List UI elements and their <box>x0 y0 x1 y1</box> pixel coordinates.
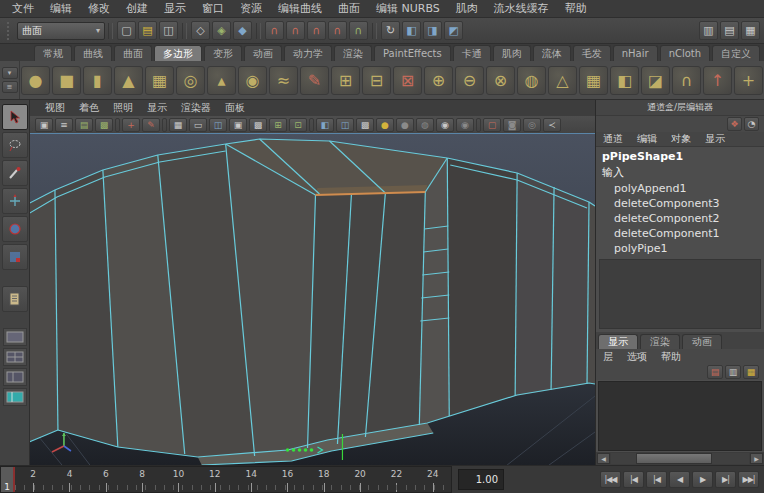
statusline-separator[interactable] <box>372 23 377 39</box>
shelf-bridge-icon[interactable]: ∩ <box>672 66 701 95</box>
panel-menu-item[interactable]: 着色 <box>72 101 106 115</box>
panel-menu-item[interactable]: 渲染器 <box>174 101 218 115</box>
shelf-triangulate-icon[interactable]: △ <box>548 66 577 95</box>
step-back-frame-button[interactable]: |◀ <box>623 471 644 488</box>
render-current-frame-icon[interactable]: ◨ <box>423 21 442 40</box>
shelf-tab[interactable]: 肌肉 <box>493 45 531 61</box>
go-to-start-button[interactable]: |◀◀ <box>600 471 621 488</box>
safe-action-icon[interactable]: ⊞ <box>269 118 287 132</box>
menu-set-dropdown[interactable]: 曲面 ▾ <box>17 22 105 40</box>
head-preset-b-icon[interactable]: ◉ <box>456 118 474 132</box>
shelf-smooth-icon[interactable]: ◍ <box>517 66 546 95</box>
toggle-attribute-editor-icon[interactable]: ▥ <box>699 21 718 40</box>
menubar-item[interactable]: 肌肉 <box>448 0 486 17</box>
select-object-icon[interactable]: ◈ <box>212 21 231 40</box>
select-hierarchy-icon[interactable]: ◇ <box>191 21 210 40</box>
move-tool[interactable] <box>2 188 28 214</box>
shelf-tab[interactable]: 曲面 <box>114 45 152 61</box>
shelf-poly-cube-icon[interactable]: ■ <box>52 66 81 95</box>
layer-editor-menu-item[interactable]: 选项 <box>620 350 654 364</box>
separator[interactable] <box>476 118 481 132</box>
gate-mask-icon[interactable]: ▣ <box>229 118 247 132</box>
safe-title-icon[interactable]: ⊡ <box>289 118 307 132</box>
shelf-tab[interactable]: nCloth <box>660 45 710 61</box>
shelf-tab[interactable]: PaintEffects <box>374 45 451 61</box>
shelf-append-icon[interactable]: + <box>734 66 763 95</box>
wireframe-on-shaded-icon[interactable]: ◎ <box>523 118 541 132</box>
camera-attributes-icon[interactable]: ≡ <box>55 118 73 132</box>
shelf-poly-cylinder-icon[interactable]: ▮ <box>83 66 112 95</box>
lasso-tool[interactable] <box>2 132 28 158</box>
panel-menu-item[interactable]: 显示 <box>140 101 174 115</box>
light-preset-icon[interactable]: ● <box>396 118 414 132</box>
layer-editor-menu-item[interactable]: 帮助 <box>654 350 688 364</box>
layer-editor-tab[interactable]: 渲染 <box>640 334 680 349</box>
shelf-tab[interactable]: 流体 <box>533 45 571 61</box>
separator[interactable] <box>309 118 314 132</box>
pan-zoom-icon[interactable]: + <box>122 118 140 132</box>
shelf-tab[interactable]: 曲线 <box>74 45 112 61</box>
step-back-key-button[interactable]: |◀ <box>646 471 667 488</box>
select-camera-icon[interactable]: ▣ <box>35 118 53 132</box>
statusline-separator[interactable] <box>108 23 113 39</box>
channel-input-item[interactable]: deleteComponent3 <box>596 196 764 211</box>
default-light-icon[interactable]: ● <box>376 118 394 132</box>
shelf-tab[interactable]: 卡通 <box>453 45 491 61</box>
grip-handle[interactable] <box>7 22 13 40</box>
menubar-item[interactable]: 窗口 <box>194 0 232 17</box>
channel-box-menu-item[interactable]: 显示 <box>698 132 732 146</box>
toggle-channel-box-icon[interactable]: ▦ <box>741 21 760 40</box>
paint-select-tool[interactable] <box>2 160 28 186</box>
scrollbar-thumb[interactable] <box>636 453 712 464</box>
viewport-3d-canvas[interactable] <box>30 134 595 465</box>
resolution-gate-icon[interactable]: ◫ <box>209 118 227 132</box>
shelf-sculpt-icon[interactable]: ✎ <box>300 66 329 95</box>
save-scene-icon[interactable]: ◫ <box>159 21 178 40</box>
layer-editor-tab[interactable]: 显示 <box>598 334 638 349</box>
shelf-tab[interactable]: 动画 <box>244 45 282 61</box>
current-frame-indicator[interactable]: 1 <box>1 467 15 492</box>
shelf-tab[interactable]: 自定义 <box>712 45 760 61</box>
layer-editor-menu-item[interactable]: 层 <box>596 350 620 364</box>
layout-single-pane-button[interactable] <box>3 328 27 346</box>
shelf-extract-icon[interactable]: ⊠ <box>393 66 422 95</box>
play-backwards-button[interactable]: ◀ <box>669 471 690 488</box>
panel-menu-item[interactable]: 照明 <box>106 101 140 115</box>
shelf-tab[interactable]: 毛发 <box>573 45 611 61</box>
scroll-right-icon[interactable]: ▶ <box>750 453 763 464</box>
new-anim-layer-icon[interactable]: ▦ <box>743 365 759 379</box>
menubar-item[interactable]: 帮助 <box>557 0 595 17</box>
field-chart-icon[interactable]: ▩ <box>249 118 267 132</box>
shelf-tab[interactable]: 多边形 <box>154 45 202 61</box>
checker-icon[interactable]: ▩ <box>356 118 374 132</box>
shelf-poly-plane-icon[interactable]: ▦ <box>145 66 174 95</box>
menubar-item[interactable]: 文件 <box>4 0 42 17</box>
channel-input-item[interactable]: deleteComponent2 <box>596 211 764 226</box>
shelf-poly-torus-icon[interactable]: ◎ <box>176 66 205 95</box>
make-live-icon[interactable]: ∩ <box>349 21 368 40</box>
shelf-mirror-icon[interactable]: ◧ <box>610 66 639 95</box>
open-scene-icon[interactable]: ▤ <box>138 21 157 40</box>
shelf-boolean-difference-icon[interactable]: ⊖ <box>455 66 484 95</box>
xray-icon[interactable]: ◙ <box>503 118 521 132</box>
textured-mode-icon[interactable]: ◫ <box>336 118 354 132</box>
shelf-tab[interactable]: nHair <box>613 45 658 61</box>
shelf-tab[interactable]: 动力学 <box>284 45 332 61</box>
new-layer-from-selected-icon[interactable]: ▥ <box>725 365 741 379</box>
channel-input-item[interactable]: polyAppend1 <box>596 181 764 196</box>
shelf-tab[interactable]: 变形 <box>204 45 242 61</box>
statusline-separator[interactable] <box>182 23 187 39</box>
scale-tool[interactable] <box>2 244 28 270</box>
grease-pencil-icon[interactable]: ✎ <box>142 118 160 132</box>
shelf-quadrangulate-icon[interactable]: ▦ <box>579 66 608 95</box>
menubar-item[interactable]: 编辑 <box>42 0 80 17</box>
select-tool[interactable] <box>2 104 28 130</box>
shelf-tab[interactable]: 常规 <box>34 45 72 61</box>
channel-input-item[interactable]: polyPipe1 <box>596 241 764 256</box>
new-scene-icon[interactable]: ▢ <box>117 21 136 40</box>
shelf-tab-arrow-icon[interactable]: ▾ <box>2 67 18 79</box>
film-gate-icon[interactable]: ▭ <box>189 118 207 132</box>
channel-box-menu-item[interactable]: 编辑 <box>630 132 664 146</box>
layout-persp-outliner-button[interactable] <box>3 388 27 406</box>
channel-input-item[interactable]: deleteComponent1 <box>596 226 764 241</box>
